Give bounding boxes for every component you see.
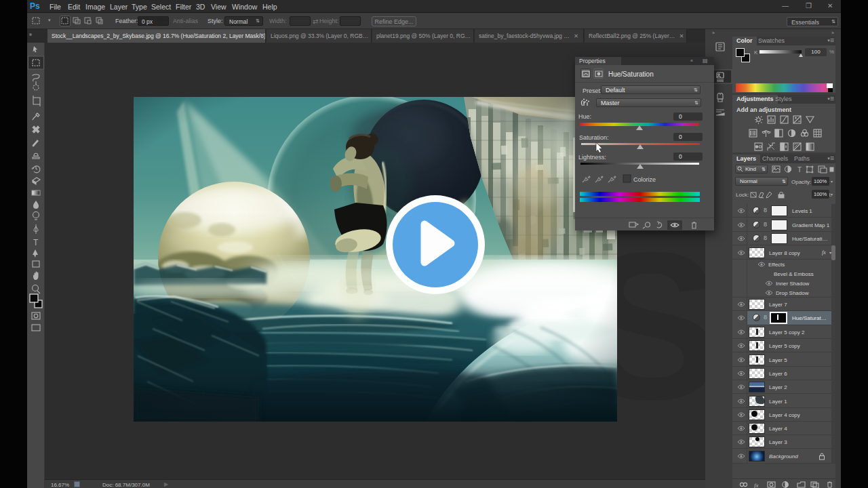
svg-text:fx: fx (754, 482, 759, 488)
svg-text:T: T (33, 238, 39, 247)
svg-text:T: T (797, 166, 802, 174)
